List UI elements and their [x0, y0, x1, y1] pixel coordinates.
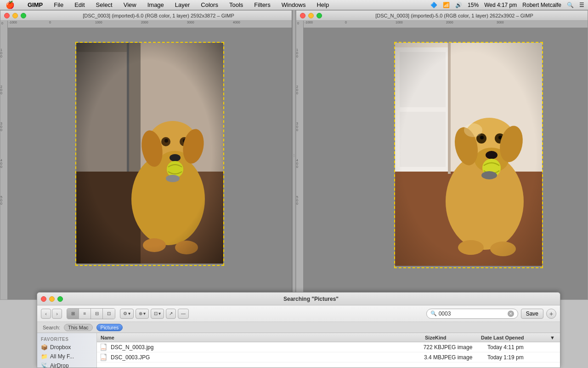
file-date-2: Today 1:19 pm [487, 354, 556, 361]
col-header-date[interactable]: Date Last Opened [481, 335, 550, 340]
window-divider[interactable]: ⋮ [292, 10, 296, 300]
finder-action-quicklook[interactable]: ↗ [166, 309, 176, 319]
file-kind-2: JPEG image [441, 354, 487, 361]
jpeg-file-icon: JPEG [101, 344, 107, 351]
menu-image[interactable]: Image [146, 1, 166, 8]
image-frame-right [394, 42, 543, 268]
file-name-2: DSC_0003.JPG [111, 354, 405, 361]
view-cover-button[interactable]: ⊡ [103, 309, 115, 319]
finder-close-button[interactable] [41, 296, 46, 302]
finder-search-clear-button[interactable]: ✕ [508, 310, 514, 317]
sidebar-label-dropbox: Dropbox [50, 344, 71, 351]
menu-file[interactable]: File [52, 1, 65, 8]
menu-filters[interactable]: Filters [252, 1, 272, 8]
dropbox-icon: 📦 [41, 344, 47, 351]
share-dropdown-icon: ▾ [143, 311, 146, 316]
gimp-window-title-left: [DSC_0003] (imported)-6.0 (RGB color, 1 … [29, 13, 288, 18]
finder-search-box[interactable]: 🔍 0003 ✕ [426, 309, 518, 319]
sidebar-item-airdrop[interactable]: 📡 AirDrop [37, 361, 96, 368]
svg-rect-43 [395, 43, 542, 266]
finder-add-button[interactable]: + [546, 309, 556, 319]
canvas-left[interactable] [8, 28, 292, 299]
dog-image-right [395, 43, 542, 266]
minimize-button-right[interactable] [308, 13, 314, 18]
view-icon-button[interactable]: ⊞ [67, 309, 79, 319]
file-icon-2: JPEG [101, 354, 108, 361]
finder-back-button[interactable]: ‹ [41, 309, 51, 319]
finder-maximize-button[interactable] [57, 296, 63, 302]
finder-action-arrange[interactable]: ⊡ ▾ [151, 309, 164, 319]
menu-gimp[interactable]: GIMP [26, 1, 45, 8]
maximize-button-left[interactable] [21, 13, 26, 18]
file-row[interactable]: JPEG DSC_0003.JPG 3.4 MB JPEG image Toda… [97, 352, 560, 362]
sidebar-label-airdrop: AirDrop [50, 362, 69, 368]
spotlight-icon[interactable]: 🔍 [567, 2, 574, 8]
finder-action-gear[interactable]: ⚙ ▾ [120, 309, 134, 319]
col-header-name[interactable]: Name [101, 335, 398, 340]
sort-indicator: ▼ [550, 335, 556, 340]
more-icon: — [181, 311, 186, 316]
airdrop-icon: 📡 [41, 362, 47, 368]
ruler-h-area-right: -1000 0 1000 2000 3000 [304, 21, 588, 299]
file-icon-1: JPEG [101, 344, 108, 351]
finder-content: FAVORITES 📦 Dropbox 📁 All My F... 📡 AirD… [37, 333, 560, 368]
view-column-button[interactable]: ⊟ [91, 309, 103, 319]
gimp-window-left: [DSC_0003] (imported)-6.0 (RGB color, 1 … [0, 10, 292, 300]
finder-scope-bar: Search: This Mac Pictures [37, 322, 560, 333]
wifi-icon[interactable]: 📶 [443, 2, 450, 8]
finder-sidebar: FAVORITES 📦 Dropbox 📁 All My F... 📡 AirD… [37, 333, 97, 368]
close-button-right[interactable] [300, 13, 305, 18]
menu-edit[interactable]: Edit [73, 1, 86, 8]
gimp-area: [DSC_0003] (imported)-6.0 (RGB color, 1 … [0, 10, 588, 300]
menu-select[interactable]: Select [94, 1, 114, 8]
file-kind-1: JPEG image [441, 344, 487, 351]
menu-layer[interactable]: Layer [173, 1, 192, 8]
sidebar-item-all-my-files[interactable]: 📁 All My F... [37, 352, 96, 361]
jpeg-file-icon-2: JPEG [101, 354, 107, 361]
volume-icon[interactable]: 🔊 [455, 2, 462, 8]
gimp-window-right: [DSC_N_0003] (imported)-5.0 (RGB color, … [296, 10, 588, 300]
finder-forward-button[interactable]: › [52, 309, 62, 319]
scope-pictures[interactable]: Pictures [96, 324, 123, 331]
menu-colors[interactable]: Colors [199, 1, 220, 8]
menubar-right: 🔷 📶 🔊 15% Wed 4:17 pm Robert Metcalfe 🔍 … [430, 2, 584, 8]
maximize-button-right[interactable] [317, 13, 322, 18]
svg-text:JPEG: JPEG [101, 358, 106, 360]
arrange-icon: ⊡ [154, 311, 158, 316]
share-icon: ⊕ [139, 311, 142, 316]
battery-indicator[interactable]: 15% [468, 2, 479, 8]
dog-image-left [76, 43, 223, 264]
canvas-right[interactable] [304, 28, 588, 299]
finder-file-list: Name Size Kind Date Last Opened ▼ JPEG D… [97, 333, 560, 368]
file-row[interactable]: JPEG DSC_N_0003.jpg 722 KB JPEG image To… [97, 342, 560, 352]
file-list-header: Name Size Kind Date Last Opened ▼ [97, 333, 560, 342]
menu-windows[interactable]: Windows [280, 1, 308, 8]
menu-view[interactable]: View [122, 1, 138, 8]
menu-help[interactable]: Help [315, 1, 331, 8]
minimize-button-left[interactable] [12, 13, 18, 18]
notification-icon[interactable]: ☰ [579, 2, 584, 8]
finder-action-share[interactable]: ⊕ ▾ [136, 309, 149, 319]
finder-titlebar: Searching "Pictures" [37, 293, 560, 305]
bluetooth-icon[interactable]: 🔷 [430, 2, 437, 8]
apple-menu[interactable]: 🍎 [4, 0, 17, 9]
file-date-1: Today 4:11 pm [487, 344, 556, 351]
col-header-kind[interactable]: Kind [435, 335, 481, 340]
col-header-size[interactable]: Size [398, 335, 435, 340]
sidebar-label-all-my-files: All My F... [50, 353, 74, 360]
finder-action-more[interactable]: — [178, 309, 189, 319]
user-name[interactable]: Robert Metcalfe [522, 2, 561, 8]
scope-this-mac[interactable]: This Mac [64, 324, 93, 331]
gimp-canvas-area-left: 0 100 200 300 400 500 -1000 0 1000 2000 … [0, 21, 292, 299]
finder-minimize-button[interactable] [49, 296, 55, 302]
sidebar-item-dropbox[interactable]: 📦 Dropbox [37, 343, 96, 352]
menu-tools[interactable]: Tools [227, 1, 245, 8]
gimp-titlebar-right: [DSC_N_0003] (imported)-5.0 (RGB color, … [296, 11, 588, 21]
horizontal-ruler-right: -1000 0 1000 2000 3000 [304, 21, 588, 28]
close-button-left[interactable] [4, 13, 10, 18]
sidebar-section-favorites: FAVORITES [37, 335, 96, 343]
finder-save-button[interactable]: Save [521, 309, 543, 319]
view-list-button[interactable]: ≡ [79, 309, 91, 319]
image-frame-left [75, 42, 224, 266]
gimp-titlebar-left: [DSC_0003] (imported)-6.0 (RGB color, 1 … [0, 11, 292, 21]
